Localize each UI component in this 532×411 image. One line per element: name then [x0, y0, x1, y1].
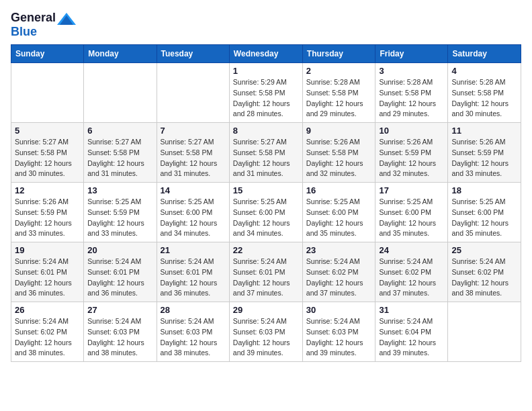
- day-number: 5: [15, 126, 80, 136]
- day-number: 20: [87, 245, 152, 255]
- day-number: 19: [15, 245, 80, 255]
- week-row-4: 19Sunrise: 5:24 AMSunset: 6:01 PMDayligh…: [11, 242, 521, 302]
- day-number: 22: [233, 245, 299, 255]
- day-info: Sunrise: 5:25 AMSunset: 6:00 PMDaylight:…: [379, 197, 444, 239]
- day-number: 8: [233, 126, 299, 136]
- day-info: Sunrise: 5:27 AMSunset: 5:58 PMDaylight:…: [87, 137, 152, 179]
- day-cell: 20Sunrise: 5:24 AMSunset: 6:01 PMDayligh…: [84, 242, 157, 302]
- day-cell: 13Sunrise: 5:25 AMSunset: 5:59 PMDayligh…: [84, 183, 157, 242]
- day-info: Sunrise: 5:27 AMSunset: 5:58 PMDaylight:…: [15, 137, 80, 179]
- day-info: Sunrise: 5:25 AMSunset: 6:00 PMDaylight:…: [451, 197, 517, 239]
- day-cell: 9Sunrise: 5:26 AMSunset: 5:58 PMDaylight…: [302, 123, 375, 183]
- day-cell: 7Sunrise: 5:27 AMSunset: 5:58 PMDaylight…: [157, 123, 229, 183]
- day-info: Sunrise: 5:28 AMSunset: 5:58 PMDaylight:…: [451, 77, 517, 120]
- day-number: 25: [451, 245, 517, 255]
- week-row-3: 12Sunrise: 5:26 AMSunset: 5:59 PMDayligh…: [11, 183, 521, 242]
- day-cell: 1Sunrise: 5:29 AMSunset: 5:58 PMDaylight…: [229, 63, 302, 123]
- day-cell: 28Sunrise: 5:24 AMSunset: 6:03 PMDayligh…: [157, 302, 229, 362]
- page-header: General Blue: [11, 11, 521, 39]
- day-number: 7: [161, 126, 226, 136]
- week-row-5: 26Sunrise: 5:24 AMSunset: 6:02 PMDayligh…: [11, 302, 521, 362]
- day-info: Sunrise: 5:24 AMSunset: 6:03 PMDaylight:…: [161, 316, 226, 359]
- day-number: 9: [306, 126, 372, 136]
- day-info: Sunrise: 5:28 AMSunset: 5:58 PMDaylight:…: [379, 77, 444, 120]
- day-number: 23: [306, 245, 372, 255]
- day-number: 29: [233, 305, 299, 315]
- day-info: Sunrise: 5:26 AMSunset: 5:59 PMDaylight:…: [15, 197, 80, 239]
- day-cell: 30Sunrise: 5:24 AMSunset: 6:03 PMDayligh…: [302, 302, 375, 362]
- day-cell: 5Sunrise: 5:27 AMSunset: 5:58 PMDaylight…: [11, 123, 84, 183]
- day-info: Sunrise: 5:24 AMSunset: 6:01 PMDaylight:…: [233, 257, 299, 299]
- logo-text: General: [11, 11, 77, 25]
- day-cell: 26Sunrise: 5:24 AMSunset: 6:02 PMDayligh…: [11, 302, 84, 362]
- calendar-table: SundayMondayTuesdayWednesdayThursdayFrid…: [11, 44, 521, 362]
- weekday-header-friday: Friday: [375, 45, 448, 63]
- day-info: Sunrise: 5:24 AMSunset: 6:04 PMDaylight:…: [379, 316, 444, 359]
- day-info: Sunrise: 5:27 AMSunset: 5:58 PMDaylight:…: [161, 137, 226, 179]
- day-cell: 21Sunrise: 5:24 AMSunset: 6:01 PMDayligh…: [157, 242, 229, 302]
- day-number: 6: [87, 126, 152, 136]
- day-number: 15: [233, 185, 299, 195]
- day-cell: 15Sunrise: 5:25 AMSunset: 6:00 PMDayligh…: [229, 183, 302, 242]
- day-info: Sunrise: 5:24 AMSunset: 6:03 PMDaylight:…: [233, 316, 299, 359]
- day-cell: [448, 302, 521, 362]
- day-number: 14: [161, 185, 226, 195]
- day-number: 2: [306, 66, 372, 76]
- day-info: Sunrise: 5:24 AMSunset: 6:01 PMDaylight:…: [161, 257, 226, 299]
- weekday-header-monday: Monday: [84, 45, 157, 63]
- weekday-header-saturday: Saturday: [448, 45, 521, 63]
- logo-general: General: [11, 11, 56, 24]
- day-number: 26: [15, 305, 80, 315]
- day-number: 18: [451, 185, 517, 195]
- day-info: Sunrise: 5:24 AMSunset: 6:01 PMDaylight:…: [15, 257, 80, 299]
- day-number: 24: [379, 245, 444, 255]
- day-number: 21: [161, 245, 226, 255]
- day-cell: 12Sunrise: 5:26 AMSunset: 5:59 PMDayligh…: [11, 183, 84, 242]
- day-info: Sunrise: 5:25 AMSunset: 6:00 PMDaylight:…: [306, 197, 372, 239]
- day-number: 27: [87, 305, 152, 315]
- weekday-header-row: SundayMondayTuesdayWednesdayThursdayFrid…: [11, 45, 521, 63]
- day-info: Sunrise: 5:24 AMSunset: 6:03 PMDaylight:…: [306, 316, 372, 359]
- day-info: Sunrise: 5:26 AMSunset: 5:59 PMDaylight:…: [379, 137, 444, 179]
- day-cell: 6Sunrise: 5:27 AMSunset: 5:58 PMDaylight…: [84, 123, 157, 183]
- week-row-2: 5Sunrise: 5:27 AMSunset: 5:58 PMDaylight…: [11, 123, 521, 183]
- day-info: Sunrise: 5:25 AMSunset: 6:00 PMDaylight:…: [233, 197, 299, 239]
- day-number: 4: [451, 66, 517, 76]
- day-info: Sunrise: 5:27 AMSunset: 5:58 PMDaylight:…: [233, 137, 299, 179]
- day-number: 13: [87, 185, 152, 195]
- weekday-header-wednesday: Wednesday: [229, 45, 302, 63]
- day-cell: 29Sunrise: 5:24 AMSunset: 6:03 PMDayligh…: [229, 302, 302, 362]
- day-number: 16: [306, 185, 372, 195]
- day-cell: 3Sunrise: 5:28 AMSunset: 5:58 PMDaylight…: [375, 63, 448, 123]
- logo: General Blue: [11, 11, 77, 39]
- weekday-header-tuesday: Tuesday: [157, 45, 229, 63]
- day-info: Sunrise: 5:29 AMSunset: 5:58 PMDaylight:…: [233, 77, 299, 120]
- day-cell: 27Sunrise: 5:24 AMSunset: 6:03 PMDayligh…: [84, 302, 157, 362]
- day-number: 30: [306, 305, 372, 315]
- day-info: Sunrise: 5:25 AMSunset: 6:00 PMDaylight:…: [161, 197, 226, 239]
- day-info: Sunrise: 5:25 AMSunset: 5:59 PMDaylight:…: [87, 197, 152, 239]
- day-info: Sunrise: 5:24 AMSunset: 6:02 PMDaylight:…: [306, 257, 372, 299]
- day-cell: 31Sunrise: 5:24 AMSunset: 6:04 PMDayligh…: [375, 302, 448, 362]
- day-cell: [84, 63, 157, 123]
- day-info: Sunrise: 5:24 AMSunset: 6:01 PMDaylight:…: [87, 257, 152, 299]
- day-cell: 8Sunrise: 5:27 AMSunset: 5:58 PMDaylight…: [229, 123, 302, 183]
- day-cell: 16Sunrise: 5:25 AMSunset: 6:00 PMDayligh…: [302, 183, 375, 242]
- day-cell: 22Sunrise: 5:24 AMSunset: 6:01 PMDayligh…: [229, 242, 302, 302]
- logo-blue-text: Blue: [11, 25, 37, 38]
- day-info: Sunrise: 5:26 AMSunset: 5:59 PMDaylight:…: [451, 137, 517, 179]
- day-cell: [157, 63, 229, 123]
- day-number: 28: [161, 305, 226, 315]
- week-row-1: 1Sunrise: 5:29 AMSunset: 5:58 PMDaylight…: [11, 63, 521, 123]
- weekday-header-sunday: Sunday: [11, 45, 84, 63]
- day-cell: 25Sunrise: 5:24 AMSunset: 6:02 PMDayligh…: [448, 242, 521, 302]
- day-number: 3: [379, 66, 444, 76]
- day-cell: 19Sunrise: 5:24 AMSunset: 6:01 PMDayligh…: [11, 242, 84, 302]
- day-number: 12: [15, 185, 80, 195]
- day-info: Sunrise: 5:24 AMSunset: 6:02 PMDaylight:…: [379, 257, 444, 299]
- day-cell: 18Sunrise: 5:25 AMSunset: 6:00 PMDayligh…: [448, 183, 521, 242]
- day-cell: 2Sunrise: 5:28 AMSunset: 5:58 PMDaylight…: [302, 63, 375, 123]
- day-cell: 10Sunrise: 5:26 AMSunset: 5:59 PMDayligh…: [375, 123, 448, 183]
- day-info: Sunrise: 5:26 AMSunset: 5:58 PMDaylight:…: [306, 137, 372, 179]
- day-cell: 11Sunrise: 5:26 AMSunset: 5:59 PMDayligh…: [448, 123, 521, 183]
